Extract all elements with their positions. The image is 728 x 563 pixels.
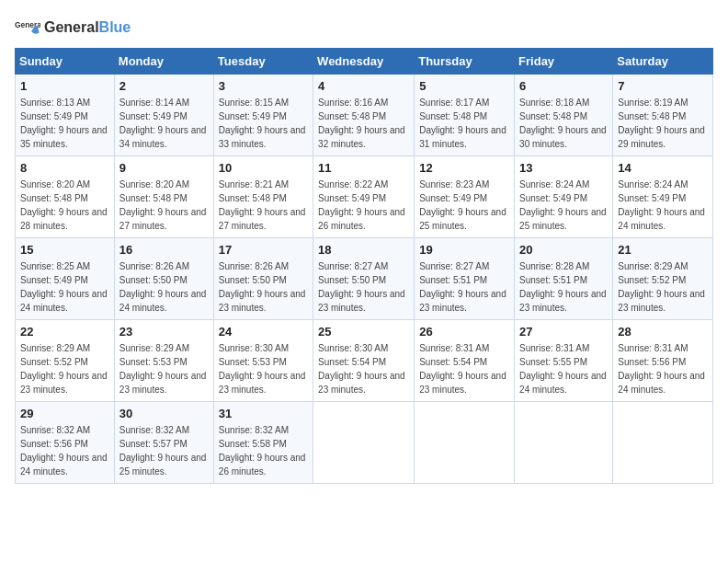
day-number: 1 xyxy=(20,79,109,93)
calendar-day-cell: 22Sunrise: 8:29 AMSunset: 5:52 PMDayligh… xyxy=(16,320,115,402)
day-number: 6 xyxy=(519,79,608,93)
calendar-day-cell: 15Sunrise: 8:25 AMSunset: 5:49 PMDayligh… xyxy=(16,238,115,320)
calendar-day-cell: 29Sunrise: 8:32 AMSunset: 5:56 PMDayligh… xyxy=(16,402,115,484)
day-detail: Sunrise: 8:19 AMSunset: 5:48 PMDaylight:… xyxy=(618,96,708,151)
col-sunday: Sunday xyxy=(16,49,115,75)
day-number: 11 xyxy=(318,161,409,175)
day-detail: Sunrise: 8:27 AMSunset: 5:51 PMDaylight:… xyxy=(419,259,509,315)
calendar-day-cell: 5Sunrise: 8:17 AMSunset: 5:48 PMDaylight… xyxy=(415,75,515,156)
calendar-day-cell: 11Sunrise: 8:22 AMSunset: 5:49 PMDayligh… xyxy=(313,156,415,238)
calendar-day-cell: 24Sunrise: 8:30 AMSunset: 5:53 PMDayligh… xyxy=(213,320,313,402)
calendar-day-cell: 17Sunrise: 8:26 AMSunset: 5:50 PMDayligh… xyxy=(213,238,313,320)
day-number: 20 xyxy=(519,243,608,257)
calendar-day-cell: 4Sunrise: 8:16 AMSunset: 5:48 PMDaylight… xyxy=(313,75,415,156)
day-number: 5 xyxy=(419,79,509,93)
day-detail: Sunrise: 8:26 AMSunset: 5:50 PMDaylight:… xyxy=(219,259,308,315)
day-number: 12 xyxy=(419,161,509,175)
calendar-day-cell: 25Sunrise: 8:30 AMSunset: 5:54 PMDayligh… xyxy=(313,320,415,402)
day-number: 30 xyxy=(119,407,209,420)
day-number: 29 xyxy=(20,407,109,420)
calendar-day-cell: 7Sunrise: 8:19 AMSunset: 5:48 PMDaylight… xyxy=(613,75,713,156)
day-number: 25 xyxy=(318,325,409,339)
day-number: 23 xyxy=(119,325,209,339)
calendar-day-cell: 27Sunrise: 8:31 AMSunset: 5:55 PMDayligh… xyxy=(515,320,613,402)
calendar-day-cell: 31Sunrise: 8:32 AMSunset: 5:58 PMDayligh… xyxy=(213,402,313,484)
day-detail: Sunrise: 8:13 AMSunset: 5:49 PMDaylight:… xyxy=(20,96,109,151)
day-number: 8 xyxy=(20,161,109,175)
day-detail: Sunrise: 8:31 AMSunset: 5:54 PMDaylight:… xyxy=(419,341,509,396)
day-detail: Sunrise: 8:20 AMSunset: 5:48 PMDaylight:… xyxy=(119,178,209,233)
day-detail: Sunrise: 8:30 AMSunset: 5:53 PMDaylight:… xyxy=(219,341,308,396)
day-number: 4 xyxy=(318,79,409,93)
calendar-week-row: 22Sunrise: 8:29 AMSunset: 5:52 PMDayligh… xyxy=(16,320,713,402)
calendar-day-cell xyxy=(313,402,415,484)
day-detail: Sunrise: 8:16 AMSunset: 5:48 PMDaylight:… xyxy=(318,96,409,151)
calendar-day-cell: 8Sunrise: 8:20 AMSunset: 5:48 PMDaylight… xyxy=(16,156,115,238)
calendar-day-cell xyxy=(515,402,613,484)
calendar-day-cell: 23Sunrise: 8:29 AMSunset: 5:53 PMDayligh… xyxy=(114,320,213,402)
calendar-week-row: 15Sunrise: 8:25 AMSunset: 5:49 PMDayligh… xyxy=(16,238,713,320)
col-thursday: Thursday xyxy=(415,49,515,75)
calendar-day-cell: 1Sunrise: 8:13 AMSunset: 5:49 PMDaylight… xyxy=(16,75,115,156)
calendar-day-cell: 26Sunrise: 8:31 AMSunset: 5:54 PMDayligh… xyxy=(415,320,515,402)
calendar-day-cell: 6Sunrise: 8:18 AMSunset: 5:48 PMDaylight… xyxy=(515,75,613,156)
day-detail: Sunrise: 8:29 AMSunset: 5:52 PMDaylight:… xyxy=(618,259,708,315)
calendar-day-cell: 10Sunrise: 8:21 AMSunset: 5:48 PMDayligh… xyxy=(213,156,313,238)
day-detail: Sunrise: 8:32 AMSunset: 5:58 PMDaylight:… xyxy=(219,423,308,478)
header-row: Sunday Monday Tuesday Wednesday Thursday… xyxy=(16,49,713,75)
day-number: 28 xyxy=(618,325,708,339)
day-detail: Sunrise: 8:18 AMSunset: 5:48 PMDaylight:… xyxy=(519,96,608,151)
day-detail: Sunrise: 8:32 AMSunset: 5:57 PMDaylight:… xyxy=(119,423,209,478)
day-detail: Sunrise: 8:28 AMSunset: 5:51 PMDaylight:… xyxy=(519,259,608,315)
logo-text: GeneralBlue xyxy=(44,19,131,36)
page-header: General GeneralBlue xyxy=(15,15,713,40)
day-number: 14 xyxy=(618,161,708,175)
col-wednesday: Wednesday xyxy=(313,49,415,75)
day-number: 24 xyxy=(219,325,308,339)
day-detail: Sunrise: 8:20 AMSunset: 5:48 PMDaylight:… xyxy=(20,178,109,233)
day-detail: Sunrise: 8:29 AMSunset: 5:52 PMDaylight:… xyxy=(20,341,109,396)
calendar-day-cell: 19Sunrise: 8:27 AMSunset: 5:51 PMDayligh… xyxy=(415,238,515,320)
day-detail: Sunrise: 8:26 AMSunset: 5:50 PMDaylight:… xyxy=(119,259,209,315)
calendar-week-row: 1Sunrise: 8:13 AMSunset: 5:49 PMDaylight… xyxy=(16,75,713,156)
day-number: 10 xyxy=(219,161,308,175)
col-tuesday: Tuesday xyxy=(213,49,313,75)
day-detail: Sunrise: 8:21 AMSunset: 5:48 PMDaylight:… xyxy=(219,178,308,233)
day-number: 22 xyxy=(20,325,109,339)
calendar-week-row: 29Sunrise: 8:32 AMSunset: 5:56 PMDayligh… xyxy=(16,402,713,484)
day-number: 2 xyxy=(119,79,209,93)
day-number: 16 xyxy=(119,243,209,257)
calendar-day-cell: 20Sunrise: 8:28 AMSunset: 5:51 PMDayligh… xyxy=(515,238,613,320)
day-detail: Sunrise: 8:29 AMSunset: 5:53 PMDaylight:… xyxy=(119,341,209,396)
calendar-day-cell: 12Sunrise: 8:23 AMSunset: 5:49 PMDayligh… xyxy=(415,156,515,238)
calendar-day-cell: 16Sunrise: 8:26 AMSunset: 5:50 PMDayligh… xyxy=(114,238,213,320)
day-detail: Sunrise: 8:27 AMSunset: 5:50 PMDaylight:… xyxy=(318,259,409,315)
day-detail: Sunrise: 8:32 AMSunset: 5:56 PMDaylight:… xyxy=(20,423,109,478)
calendar-day-cell xyxy=(415,402,515,484)
day-detail: Sunrise: 8:22 AMSunset: 5:49 PMDaylight:… xyxy=(318,178,409,233)
calendar-day-cell: 9Sunrise: 8:20 AMSunset: 5:48 PMDaylight… xyxy=(114,156,213,238)
calendar-day-cell: 3Sunrise: 8:15 AMSunset: 5:49 PMDaylight… xyxy=(213,75,313,156)
day-detail: Sunrise: 8:15 AMSunset: 5:49 PMDaylight:… xyxy=(219,96,308,151)
day-detail: Sunrise: 8:14 AMSunset: 5:49 PMDaylight:… xyxy=(119,96,209,151)
day-detail: Sunrise: 8:30 AMSunset: 5:54 PMDaylight:… xyxy=(318,341,409,396)
day-number: 18 xyxy=(318,243,409,257)
logo: General GeneralBlue xyxy=(15,15,131,40)
calendar-day-cell: 21Sunrise: 8:29 AMSunset: 5:52 PMDayligh… xyxy=(613,238,713,320)
day-number: 21 xyxy=(618,243,708,257)
calendar-day-cell: 2Sunrise: 8:14 AMSunset: 5:49 PMDaylight… xyxy=(114,75,213,156)
logo-icon: General xyxy=(15,15,40,40)
day-detail: Sunrise: 8:31 AMSunset: 5:56 PMDaylight:… xyxy=(618,341,708,396)
col-monday: Monday xyxy=(114,49,213,75)
day-detail: Sunrise: 8:25 AMSunset: 5:49 PMDaylight:… xyxy=(20,259,109,315)
day-number: 9 xyxy=(119,161,209,175)
day-detail: Sunrise: 8:17 AMSunset: 5:48 PMDaylight:… xyxy=(419,96,509,151)
day-detail: Sunrise: 8:24 AMSunset: 5:49 PMDaylight:… xyxy=(618,178,708,233)
col-saturday: Saturday xyxy=(613,49,713,75)
calendar-day-cell: 28Sunrise: 8:31 AMSunset: 5:56 PMDayligh… xyxy=(613,320,713,402)
calendar-week-row: 8Sunrise: 8:20 AMSunset: 5:48 PMDaylight… xyxy=(16,156,713,238)
calendar-day-cell: 13Sunrise: 8:24 AMSunset: 5:49 PMDayligh… xyxy=(515,156,613,238)
day-detail: Sunrise: 8:24 AMSunset: 5:49 PMDaylight:… xyxy=(519,178,608,233)
day-number: 19 xyxy=(419,243,509,257)
day-number: 26 xyxy=(419,325,509,339)
